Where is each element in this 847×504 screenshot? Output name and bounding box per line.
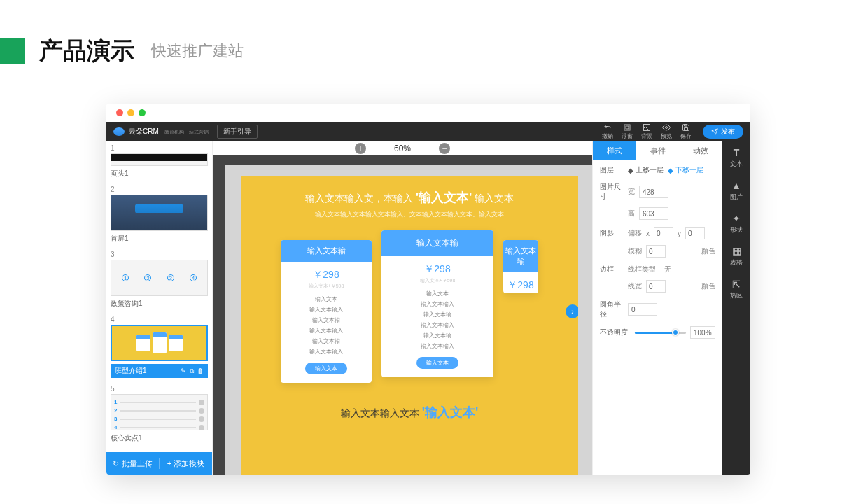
page-thumb-2[interactable]: 2 首屏1 <box>111 186 208 244</box>
svg-rect-1 <box>626 126 629 129</box>
logo: 云朵CRM 教育机构一站式营销 <box>113 127 209 136</box>
card-cta-button[interactable]: 输入文本 <box>305 363 347 374</box>
hero-heading[interactable]: 输入文本输入文，本输入 '输入文本' 输入文本 <box>241 189 578 206</box>
tool-rail: T文本 ▲图片 ✦形状 ▦表格 ⇱热区 <box>722 141 750 475</box>
pricing-card-1[interactable]: 输入文本输 ￥298 输入文本+￥598 输入文本输入文本输入输入文本输输入文本… <box>281 240 372 383</box>
canvas-content[interactable]: 输入文本输入文，本输入 '输入文本' 输入文本 输入文本输入文本输入文本输入。文… <box>241 176 578 475</box>
height-input[interactable] <box>639 207 668 220</box>
hero-subheading[interactable]: 输入文本输入文本输入文本输入。文本输入文本输入文本。输入文本 <box>241 210 578 219</box>
svg-point-3 <box>666 127 668 129</box>
properties-panel: 样式 事件 动效 图层 ◆ 上移一层 ◆ 下移一层 图片尺寸 宽 <box>592 141 722 475</box>
copy-icon[interactable]: ⧉ <box>190 368 194 375</box>
radius-input[interactable] <box>628 303 657 316</box>
ruler-horizontal <box>225 155 592 165</box>
zoom-out-button[interactable]: − <box>439 143 450 154</box>
shadow-y-input[interactable] <box>685 227 705 239</box>
opacity-input[interactable] <box>690 326 715 339</box>
bottom-heading[interactable]: 输入文本输入文本 '输入文本' <box>241 404 578 421</box>
svg-rect-0 <box>624 125 630 130</box>
preview-button[interactable]: 预览 <box>657 123 676 140</box>
page-thumb-1[interactable]: 1 页头1 <box>111 144 208 178</box>
float-button[interactable]: 浮窗 <box>617 123 637 140</box>
page-title: 产品演示 <box>39 35 134 67</box>
rail-shape[interactable]: ✦形状 <box>730 213 743 234</box>
shadow-x-input[interactable] <box>654 227 673 239</box>
edit-icon[interactable]: ✎ <box>181 368 186 375</box>
layer-down-button[interactable]: ◆ 下移一层 <box>668 165 704 175</box>
undo-button[interactable]: 撤销 <box>598 123 617 140</box>
page-thumb-4[interactable]: 4 班型介绍1✎⧉🗑 <box>111 316 208 378</box>
zoom-value: 60% <box>394 144 411 153</box>
publish-button[interactable]: 发布 <box>703 125 743 139</box>
zoom-in-button[interactable]: + <box>355 143 366 154</box>
tab-animation[interactable]: 动效 <box>679 141 722 160</box>
app-toolbar: 云朵CRM 教育机构一站式营销 新手引导 撤销 浮窗 背景 预览 <box>106 122 750 141</box>
window-titlebar <box>106 104 750 122</box>
pricing-card-3[interactable]: 输入文本输 ￥298 <box>503 240 538 293</box>
save-button[interactable]: 保存 <box>676 123 696 140</box>
rail-image[interactable]: ▲图片 <box>730 180 743 202</box>
width-input[interactable] <box>639 186 668 198</box>
page-list-panel: 1 页头1 2 首屏1 3 1234 政策咨询1 <box>106 141 213 475</box>
border-width-input[interactable] <box>646 280 666 293</box>
ruler-vertical <box>213 155 225 475</box>
rail-text[interactable]: T文本 <box>730 147 743 169</box>
shadow-blur-input[interactable] <box>646 245 666 258</box>
add-module-button[interactable]: + 添加模块 <box>160 458 212 469</box>
page-thumb-5[interactable]: 5 1 2 3 4 核心卖点1 <box>111 385 208 443</box>
opacity-slider[interactable] <box>635 332 686 334</box>
layer-up-button[interactable]: ◆ 上移一层 <box>628 165 664 175</box>
logo-subtext: 教育机构一站式营销 <box>164 130 209 134</box>
logo-text: 云朵CRM <box>129 127 159 136</box>
tab-style[interactable]: 样式 <box>593 141 636 160</box>
canvas-area[interactable]: + 60% − 输入文本输入文，本输入 '输入文本' 输入文本 输入文本输入文本… <box>213 141 592 475</box>
rail-hotspot[interactable]: ⇱热区 <box>730 279 743 300</box>
guide-button[interactable]: 新手引导 <box>217 125 258 139</box>
maximize-icon[interactable] <box>139 109 146 116</box>
border-type-select[interactable]: 无 <box>664 265 671 274</box>
batch-upload-button[interactable]: ↻ 批量上传 <box>106 458 160 469</box>
page-thumb-3[interactable]: 3 1234 政策咨询1 <box>111 251 208 309</box>
close-icon[interactable] <box>116 109 123 116</box>
delete-icon[interactable]: 🗑 <box>197 368 204 375</box>
background-button[interactable]: 背景 <box>637 123 657 140</box>
page-subtitle: 快速推广建站 <box>151 41 244 62</box>
tab-event[interactable]: 事件 <box>636 141 680 160</box>
card-cta-button[interactable]: 输入文本 <box>416 357 458 369</box>
pricing-card-2[interactable]: 输入文本输 ￥298 输入文本+￥598 输入文本输入文本输入输入文本输输入文本… <box>382 230 493 377</box>
cloud-icon <box>113 127 125 136</box>
app-window: 云朵CRM 教育机构一站式营销 新手引导 撤销 浮窗 背景 预览 <box>106 104 750 475</box>
minimize-icon[interactable] <box>127 109 134 116</box>
accent-bar <box>0 38 25 64</box>
carousel-next-icon[interactable]: › <box>566 304 578 318</box>
rail-table[interactable]: ▦表格 <box>730 246 743 267</box>
